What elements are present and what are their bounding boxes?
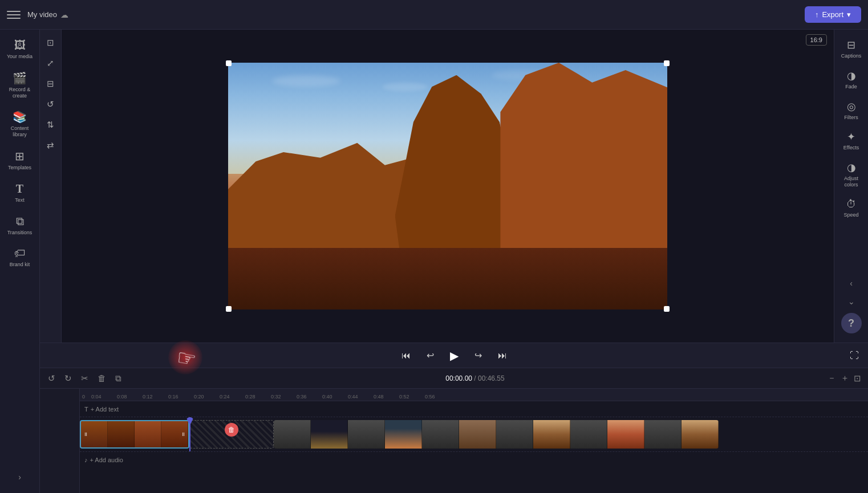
right-clip-frame-2 — [311, 420, 348, 449]
zoom-in-button[interactable]: ＋ — [839, 372, 850, 385]
export-chevron-icon: ▾ — [847, 10, 851, 19]
pip-tool-button[interactable]: ⊟ — [42, 75, 59, 92]
right-tool-adjust-colors[interactable]: ◑ Adjust colors — [836, 157, 867, 193]
ruler-mark-12: 0:12 — [143, 394, 168, 400]
captions-icon: ⊟ — [847, 39, 855, 51]
clip-1-left-handle[interactable]: ⏸ — [83, 431, 88, 437]
adjust-colors-label: Adjust colors — [838, 176, 865, 188]
ruler-mark-28: 0:28 — [245, 394, 271, 400]
right-clip-frame-10 — [607, 420, 644, 449]
export-button[interactable]: ↑ Export ▾ — [805, 6, 861, 23]
right-tool-speed[interactable]: ⏱ Speed — [836, 194, 867, 223]
filters-label: Filters — [844, 115, 858, 121]
right-sidebar-collapse-btn[interactable]: ‹ — [845, 276, 858, 290]
canvas-toolbar: ⊡ ⤢ ⊟ ↺ ⇅ ⇄ — [40, 30, 62, 343]
timeline-scroll-area[interactable]: 0 0:04 0:08 0:12 0:16 0:20 0:24 0:28 0:3… — [80, 389, 868, 493]
timeline-left-panel — [40, 389, 80, 493]
right-tool-fade[interactable]: ◑ Fade — [836, 65, 867, 95]
sidebar-item-brand-kit[interactable]: 🏷 Brand kit — [3, 242, 37, 272]
video-clip-1[interactable]: ⏸ ⏸ — [80, 420, 189, 449]
flip-h-tool-button[interactable]: ⇄ — [42, 137, 59, 154]
add-audio-button[interactable]: + Add audio — [90, 457, 123, 463]
help-button[interactable]: ? — [841, 313, 862, 333]
content-library-icon: 📚 — [13, 110, 27, 124]
right-sidebar: ⊟ Captions ◑ Fade ◎ Filters ✦ Effects ◑ — [834, 30, 868, 343]
right-sidebar-chevron-down[interactable]: ⌄ — [845, 295, 858, 308]
ruler-mark-8: 0:08 — [117, 394, 143, 400]
right-clip-frame-4 — [385, 420, 422, 449]
brand-kit-icon: 🏷 — [14, 247, 26, 260]
right-tool-filters[interactable]: ◎ Filters — [836, 96, 867, 125]
selection-handle-bl[interactable] — [226, 306, 232, 312]
selection-handle-br[interactable] — [664, 306, 670, 312]
sidebar-collapse-btn[interactable]: › — [13, 470, 27, 484]
forward-button[interactable]: ↪ — [472, 348, 484, 363]
center-area: ⊡ ⤢ ⊟ ↺ ⇅ ⇄ 16:9 — [40, 30, 868, 493]
right-clip-frame-5 — [422, 420, 459, 449]
zoom-out-button[interactable]: － — [826, 372, 837, 385]
duplicate-button[interactable]: ⧉ — [113, 371, 124, 386]
rewind-button[interactable]: ↩ — [424, 348, 436, 363]
ruler-mark-24: 0:24 — [220, 394, 245, 400]
sidebar-item-content-library[interactable]: 📚 Content library — [3, 105, 37, 142]
selection-handle-tr[interactable] — [664, 60, 670, 66]
cut-button[interactable]: ✂ — [79, 371, 91, 386]
sidebar-item-record-create[interactable]: 🎬 Record & create — [3, 67, 37, 104]
canvas-area: 16:9 — [62, 30, 834, 343]
sidebar-item-transitions[interactable]: ⧉ Transitions — [3, 210, 37, 241]
ruler-mark-36: 0:36 — [297, 394, 322, 400]
add-text-button[interactable]: + Add text — [91, 406, 119, 413]
sidebar-item-label-content-library: Content library — [5, 125, 35, 138]
fullscreen-button[interactable]: ⛶ — [847, 348, 861, 363]
right-tool-captions[interactable]: ⊟ Captions — [836, 34, 867, 64]
delete-button[interactable]: 🗑 — [95, 371, 108, 385]
redo-button[interactable]: ↻ — [62, 371, 74, 386]
playhead[interactable] — [189, 417, 190, 451]
rotate-tool-button[interactable]: ↺ — [42, 96, 59, 113]
project-title: My video ☁ — [27, 10, 68, 19]
selection-handle-tl[interactable] — [226, 60, 232, 66]
ruler-mark-32: 0:32 — [271, 394, 297, 400]
resize-tool-button[interactable]: ⤢ — [42, 55, 59, 72]
gap-delete-button[interactable]: 🗑 — [225, 423, 238, 437]
timeline-zoom-controls: － ＋ ⊡ — [826, 372, 862, 385]
export-label: Export — [822, 10, 843, 19]
play-button[interactable]: ▶ — [448, 347, 461, 365]
skip-forward-button[interactable]: ⏭ — [496, 348, 509, 363]
ruler-mark-56: 0:56 — [425, 394, 451, 400]
zoom-fit-button[interactable]: ⊡ — [853, 372, 862, 385]
timeline-section: ↺ ↻ ✂ 🗑 ⧉ 00:00.00 / 00:46.55 － ＋ ⊡ — [40, 368, 868, 493]
aspect-ratio-badge[interactable]: 16:9 — [806, 34, 827, 46]
skip-back-button[interactable]: ⏮ — [399, 348, 413, 363]
topbar: My video ☁ ↑ Export ▾ — [0, 0, 868, 30]
project-title-text: My video — [27, 10, 57, 19]
timeline-toolbar: ↺ ↻ ✂ 🗑 ⧉ 00:00.00 / 00:46.55 － ＋ ⊡ — [40, 368, 868, 389]
audio-track-icon: ♪ — [84, 457, 88, 463]
menu-button[interactable] — [7, 8, 21, 22]
video-clips-right[interactable] — [274, 420, 719, 449]
sidebar-item-label-text: Text — [15, 197, 25, 203]
right-tool-effects[interactable]: ✦ Effects — [836, 126, 867, 156]
sidebar-item-your-media[interactable]: 🖼 Your media — [3, 34, 37, 64]
sidebar-item-label-record-create: Record & create — [5, 87, 35, 99]
timeline-content: Delete this gap 0 0:04 0:08 0:12 0:16 — [40, 389, 868, 493]
timeline-time-current: 00:00.00 — [445, 374, 472, 382]
fade-label: Fade — [845, 84, 857, 90]
sidebar-item-label-transitions: Transitions — [7, 230, 33, 236]
gap-segment[interactable]: 🗑 — [189, 420, 274, 449]
sidebar-item-templates[interactable]: ⊞ Templates — [3, 145, 37, 176]
flip-v-tool-button[interactable]: ⇅ — [42, 116, 59, 133]
filters-icon: ◎ — [847, 100, 856, 113]
export-arrow-icon: ↑ — [815, 10, 819, 19]
clip-1-right-handle[interactable]: ⏸ — [181, 431, 186, 437]
sidebar-item-label-your-media: Your media — [7, 54, 33, 60]
record-create-icon: 🎬 — [13, 71, 27, 85]
crop-tool-button[interactable]: ⊡ — [42, 34, 59, 51]
undo-button[interactable]: ↺ — [46, 371, 58, 386]
right-clip-frame-11 — [644, 420, 682, 449]
sidebar-item-text[interactable]: T Text — [3, 178, 37, 208]
save-cloud-icon[interactable]: ☁ — [60, 10, 68, 19]
right-clip-frame-3 — [348, 420, 385, 449]
text-icon: T — [16, 182, 23, 195]
effects-label: Effects — [843, 145, 859, 151]
